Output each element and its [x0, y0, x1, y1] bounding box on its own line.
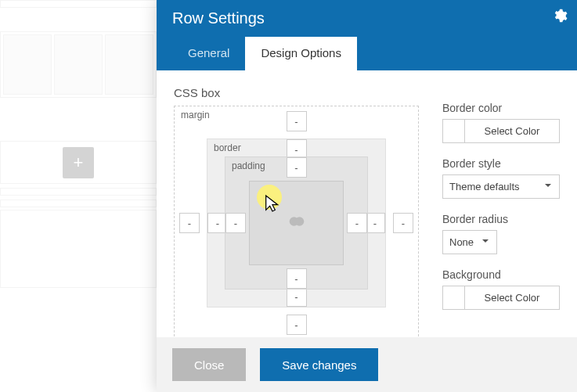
chevron-down-icon [481, 236, 490, 248]
border-color-button[interactable]: Select Color [465, 120, 559, 142]
background-color-picker[interactable]: Select Color [442, 286, 560, 310]
svg-point-1 [294, 217, 304, 226]
border-radius-select[interactable]: None [442, 230, 497, 254]
modal-header: Row Settings General Design Options [157, 0, 577, 70]
chevron-down-icon [543, 181, 553, 192]
row-settings-modal: Row Settings General Design Options CSS … [157, 0, 577, 392]
builder-empty-row: + [0, 141, 157, 184]
close-button[interactable]: Close [172, 348, 246, 381]
builder-column [105, 34, 153, 95]
border-style-label: Border style [442, 157, 560, 170]
tabs: General Design Options [172, 37, 357, 70]
settings-gear-icon[interactable] [552, 8, 568, 27]
builder-canvas: + [0, 0, 157, 392]
padding-top-input[interactable] [287, 157, 307, 178]
padding-left-input[interactable] [225, 213, 246, 233]
background-color-swatch[interactable] [443, 286, 465, 309]
border-color-picker[interactable]: Select Color [442, 119, 560, 143]
border-style-select[interactable]: Theme defaults [442, 174, 560, 199]
modal-footer: Close Save changes [157, 337, 577, 392]
background-color-button[interactable]: Select Color [465, 286, 559, 309]
border-color-label: Border color [442, 102, 560, 114]
padding-right-input[interactable] [347, 213, 367, 233]
builder-column [3, 34, 52, 95]
border-label: border [214, 142, 241, 153]
css-box-model: margin border padding [174, 106, 419, 337]
save-changes-button[interactable]: Save changes [260, 348, 378, 381]
image-placeholder-icon [286, 213, 308, 233]
builder-row [0, 31, 157, 98]
padding-label: padding [232, 160, 265, 171]
content-core[interactable] [249, 181, 344, 265]
builder-column [54, 34, 103, 95]
padding-bottom-input[interactable] [287, 268, 307, 289]
border-style-value: Theme defaults [449, 181, 520, 192]
modal-body: CSS box margin border padding [157, 70, 577, 337]
border-color-swatch[interactable] [443, 120, 465, 142]
border-radius-label: Border radius [442, 213, 560, 225]
border-radius-value: None [449, 236, 474, 248]
plus-icon: + [74, 153, 84, 173]
tab-general[interactable]: General [172, 37, 245, 70]
modal-title: Row Settings [172, 0, 561, 27]
background-label: Background [442, 268, 560, 281]
cssbox-section-label: CSS box [174, 86, 419, 99]
tab-design-options[interactable]: Design Options [245, 37, 357, 70]
add-element-button[interactable]: + [63, 147, 94, 178]
